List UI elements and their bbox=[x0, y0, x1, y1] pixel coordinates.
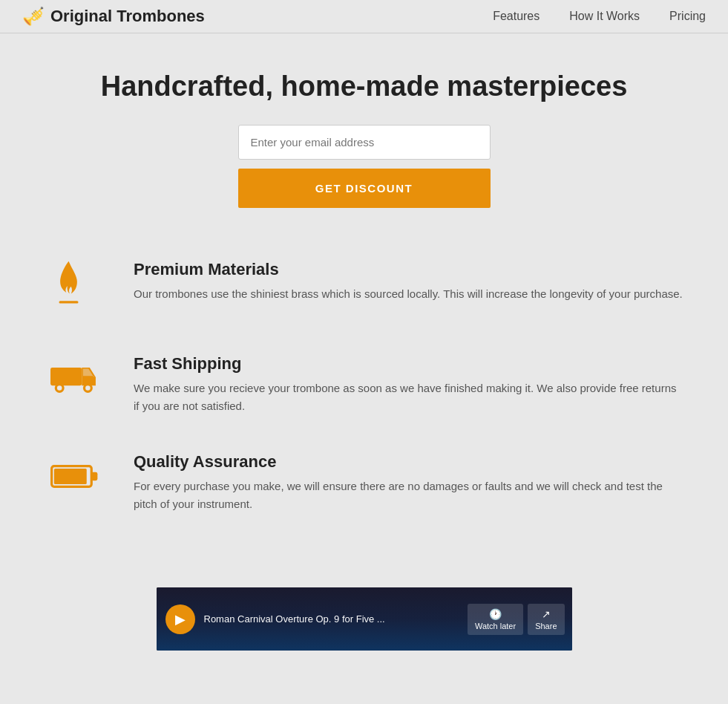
svg-rect-0 bbox=[59, 301, 79, 303]
hero-section: Handcrafted, home-made masterpieces GET … bbox=[0, 33, 728, 238]
feature-shipping-content: Fast Shipping We make sure you recieve y… bbox=[134, 354, 683, 415]
nav-link-how-it-works[interactable]: How It Works bbox=[569, 10, 640, 22]
nav-link-features[interactable]: Features bbox=[493, 10, 540, 22]
logo-icon: 🎺 bbox=[22, 6, 45, 27]
navbar: 🎺 Original Trombones Features How It Wor… bbox=[0, 0, 728, 33]
battery-icon bbox=[45, 452, 104, 501]
share-label: Share bbox=[535, 622, 557, 630]
clock-icon: 🕐 bbox=[489, 608, 502, 620]
feature-premium-content: Premium Materials Our trombones use the … bbox=[134, 260, 683, 303]
video-logo: ▶ bbox=[165, 604, 195, 634]
feature-premium-title: Premium Materials bbox=[134, 260, 683, 279]
feature-premium-materials: Premium Materials Our trombones use the … bbox=[45, 260, 683, 317]
feature-quality-content: Quality Assurance For every purchase you… bbox=[134, 452, 683, 513]
svg-point-3 bbox=[56, 385, 62, 391]
nav-item-pricing[interactable]: Pricing bbox=[669, 10, 706, 23]
feature-quality-title: Quality Assurance bbox=[134, 452, 683, 472]
video-thumbnail: ▶ Roman Carnival Overture Op. 9 for Five… bbox=[157, 587, 572, 651]
get-discount-button[interactable]: GET DISCOUNT bbox=[238, 169, 491, 208]
svg-rect-7 bbox=[53, 469, 86, 484]
feature-premium-desc: Our trombones use the shiniest brass whi… bbox=[134, 285, 683, 303]
feature-shipping-desc: We make sure you recieve your trombone a… bbox=[134, 379, 683, 415]
email-input[interactable] bbox=[238, 125, 491, 160]
svg-point-5 bbox=[85, 385, 91, 391]
svg-rect-1 bbox=[50, 368, 82, 385]
video-title: Roman Carnival Overture Op. 9 for Five .… bbox=[195, 613, 468, 625]
share-icon: ↗ bbox=[542, 608, 551, 620]
flame-icon bbox=[45, 260, 104, 317]
hero-title: Handcrafted, home-made masterpieces bbox=[101, 71, 628, 102]
feature-quality-desc: For every purchase you make, we will ens… bbox=[134, 478, 683, 513]
video-section: ▶ Roman Carnival Overture Op. 9 for Five… bbox=[0, 573, 728, 673]
svg-rect-8 bbox=[91, 472, 97, 480]
nav-link-pricing[interactable]: Pricing bbox=[669, 10, 706, 22]
feature-shipping-title: Fast Shipping bbox=[134, 354, 683, 374]
logo[interactable]: 🎺 Original Trombones bbox=[22, 6, 205, 27]
watch-later-label: Watch later bbox=[475, 622, 516, 630]
nav-links: Features How It Works Pricing bbox=[493, 10, 706, 23]
feature-quality-assurance: Quality Assurance For every purchase you… bbox=[45, 452, 683, 513]
nav-item-how-it-works[interactable]: How It Works bbox=[569, 10, 640, 23]
share-button[interactable]: ↗ Share bbox=[528, 604, 564, 635]
feature-fast-shipping: Fast Shipping We make sure you recieve y… bbox=[45, 354, 683, 415]
nav-item-features[interactable]: Features bbox=[493, 10, 540, 23]
logo-text: Original Trombones bbox=[50, 7, 205, 26]
video-embed[interactable]: ▶ Roman Carnival Overture Op. 9 for Five… bbox=[157, 587, 572, 651]
features-section: Premium Materials Our trombones use the … bbox=[0, 238, 728, 573]
video-controls: 🕐 Watch later ↗ Share bbox=[468, 604, 565, 635]
truck-icon bbox=[45, 354, 104, 402]
watch-later-button[interactable]: 🕐 Watch later bbox=[468, 604, 523, 635]
